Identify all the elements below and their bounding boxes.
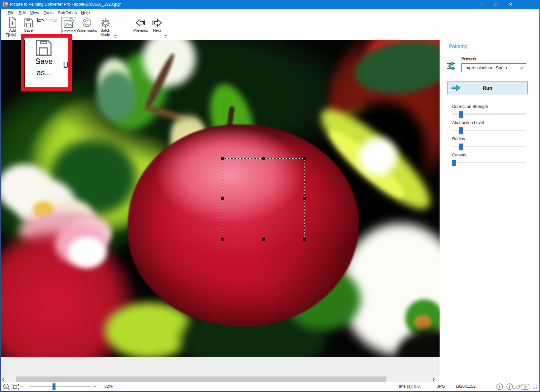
canvas-empty-area bbox=[1, 357, 440, 376]
slider-label-abstraction-level: Abstraction Level bbox=[452, 120, 484, 125]
scrollbar-thumb[interactable] bbox=[16, 376, 386, 382]
status-bar: 1 − + 82% Time (s): 0.0 JPG 1920x1152 bbox=[0, 382, 540, 391]
menu-help[interactable]: Help bbox=[81, 9, 90, 16]
undo-button[interactable] bbox=[35, 17, 47, 27]
watermarks-button[interactable]: Watermarks bbox=[76, 17, 97, 33]
slider-canvas[interactable] bbox=[452, 162, 526, 163]
redo-icon bbox=[48, 17, 58, 27]
add-files-label-2: File(s)... bbox=[6, 33, 19, 37]
fit-to-screen-icon[interactable] bbox=[11, 383, 19, 391]
paint-blob bbox=[96, 72, 136, 121]
menubar-grip bbox=[3, 10, 3, 16]
batch-mode-button[interactable]: Batch Mode bbox=[97, 17, 113, 37]
statusbar-separator bbox=[453, 383, 453, 390]
marquee-handle-sw[interactable] bbox=[221, 238, 224, 241]
save-button[interactable]: Save bbox=[21, 17, 35, 33]
youtube-icon[interactable] bbox=[521, 383, 530, 390]
next-label: Next bbox=[153, 28, 161, 32]
menu-view[interactable]: View bbox=[30, 9, 39, 16]
previous-label: Previous bbox=[133, 28, 148, 32]
app-window: Picture to Painting Converter Pro - appl… bbox=[0, 0, 540, 392]
previous-button[interactable]: Previous bbox=[132, 17, 150, 33]
toolbar-overflow-icon[interactable] bbox=[113, 35, 117, 39]
slider-thumb[interactable] bbox=[459, 144, 463, 150]
menu-file[interactable]: File bbox=[8, 9, 15, 16]
scroll-right-arrow[interactable]: ❯ bbox=[431, 376, 436, 382]
zoom-slider-thumb[interactable] bbox=[53, 383, 55, 390]
marquee-handle-e[interactable] bbox=[303, 197, 306, 200]
presets-dropdown[interactable]: Impressionism - Spots bbox=[461, 63, 526, 72]
slider-thumb[interactable] bbox=[459, 127, 463, 134]
zoom-in-button[interactable]: + bbox=[93, 382, 97, 391]
file-format: JPG bbox=[437, 382, 445, 391]
menu-edit[interactable]: Edit bbox=[18, 9, 26, 16]
statusbar-separator bbox=[435, 383, 435, 390]
horizontal-scrollbar[interactable]: ❮ ❯ bbox=[1, 376, 436, 382]
window-border-left bbox=[0, 9, 1, 392]
info-icon[interactable] bbox=[496, 383, 503, 390]
next-icon bbox=[151, 18, 163, 28]
zoom-actual-size-icon[interactable]: 1 bbox=[3, 383, 11, 391]
marquee-handle-w[interactable] bbox=[221, 197, 224, 200]
marquee-handle-ne[interactable] bbox=[303, 157, 306, 160]
run-button[interactable]: Run bbox=[447, 82, 528, 94]
image-resolution: 1920x1152 bbox=[455, 382, 476, 391]
panel-heading: Painting bbox=[449, 44, 468, 49]
zoom-slider[interactable] bbox=[29, 386, 90, 387]
undo-icon bbox=[36, 17, 46, 27]
close-button[interactable]: ✕ bbox=[503, 0, 518, 9]
copyright-icon bbox=[81, 18, 92, 28]
slider-label-radius: Radius bbox=[452, 137, 465, 141]
minimize-button[interactable]: — bbox=[474, 0, 488, 9]
statusbar-separator bbox=[394, 383, 394, 390]
annotation-red-frame bbox=[21, 34, 72, 91]
paint-blob bbox=[68, 237, 106, 268]
preset-value: Impressionism - Spots bbox=[464, 65, 507, 70]
paint-blob bbox=[414, 315, 431, 330]
add-files-label-1: Add bbox=[9, 28, 16, 32]
menu-tools[interactable]: Tools bbox=[44, 9, 54, 16]
slider-label-correction-strength: Correction Strength bbox=[452, 104, 488, 109]
marquee-handle-nw[interactable] bbox=[221, 157, 224, 160]
slider-abstraction-level[interactable] bbox=[452, 130, 526, 131]
slider-thumb[interactable] bbox=[452, 160, 456, 166]
toolbar-overflow-icon-2[interactable] bbox=[163, 35, 167, 39]
marquee-handle-s[interactable] bbox=[262, 238, 265, 241]
scroll-left-arrow[interactable]: ❮ bbox=[1, 376, 6, 382]
watermarks-label: Watermarks bbox=[77, 28, 97, 32]
twitter-icon[interactable] bbox=[513, 383, 521, 390]
batch-label-1: Batch bbox=[100, 28, 110, 32]
zoom-percent: 82% bbox=[104, 382, 113, 391]
processing-time: Time (s): 0.0 bbox=[397, 382, 420, 391]
resize-grip[interactable] bbox=[532, 385, 537, 389]
gear-icon bbox=[100, 18, 111, 28]
window-title: Picture to Painting Converter Pro - appl… bbox=[10, 0, 121, 9]
redo-button[interactable] bbox=[47, 17, 58, 27]
add-files-button[interactable]: Add File(s)... bbox=[4, 17, 21, 37]
paint-blob bbox=[359, 138, 397, 176]
slider-thumb[interactable] bbox=[459, 111, 463, 118]
maximize-icon bbox=[494, 3, 497, 6]
slider-label-canvas: Canvas bbox=[452, 153, 466, 157]
batch-label-2: Mode bbox=[101, 33, 110, 37]
zoom-out-button[interactable]: − bbox=[20, 382, 23, 391]
painting-panel: Painting Presets Impressionism - Spots R… bbox=[440, 40, 539, 391]
previous-icon bbox=[135, 18, 147, 28]
slider-correction-strength[interactable] bbox=[452, 114, 526, 115]
window-border-bottom bbox=[0, 391, 540, 392]
marquee-handle-se[interactable] bbox=[303, 238, 306, 241]
chevron-down-icon bbox=[520, 67, 523, 69]
menu-softorbits[interactable]: SoftOrbits bbox=[58, 9, 77, 16]
painting-icon bbox=[63, 18, 74, 29]
marquee-handle-n[interactable] bbox=[262, 157, 265, 160]
slider-radius[interactable] bbox=[452, 146, 526, 147]
save-label: Save bbox=[24, 28, 33, 32]
next-button[interactable]: Next bbox=[150, 17, 164, 33]
selection-marquee[interactable] bbox=[223, 158, 305, 239]
app-icon bbox=[3, 2, 8, 7]
painting-label: Painting bbox=[62, 29, 76, 33]
maximize-button[interactable] bbox=[488, 0, 503, 9]
statusbar-separator bbox=[505, 383, 505, 390]
toolbar: Add File(s)... Save bbox=[1, 16, 539, 40]
facebook-icon[interactable] bbox=[506, 383, 513, 390]
